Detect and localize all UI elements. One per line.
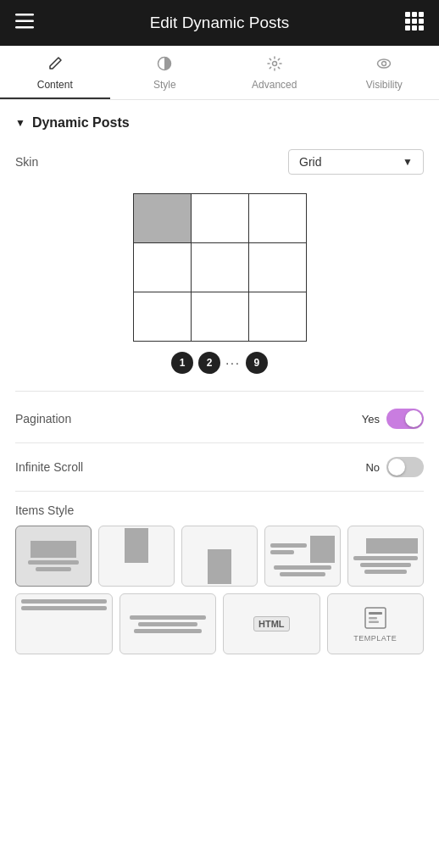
style-item-3[interactable] [181,526,258,587]
svg-rect-4 [412,12,417,17]
infinite-scroll-toggle-container: No [365,457,424,477]
style-5-line3 [364,570,406,574]
tab-visibility[interactable]: Visibility [330,46,440,99]
svg-rect-0 [15,14,34,16]
style-4-line1 [270,543,307,548]
grid-cell-7 [134,292,192,342]
infinite-scroll-toggle[interactable] [386,457,424,477]
style-2-img [125,528,149,563]
style-thumb-5 [353,531,418,581]
style-thumb-6 [21,599,107,648]
grid-cell-2 [192,194,249,243]
style-thumb-1 [21,531,86,581]
svg-point-13 [272,62,276,66]
style-5-line1 [353,556,418,560]
pagination-label: Pagination [15,412,71,426]
infinite-scroll-toggle-row: Infinite Scroll No [15,443,424,492]
svg-point-15 [382,62,386,66]
style-item-template[interactable]: TEMPLATE [327,593,425,654]
s7-l2 [138,622,197,626]
page-dot-2[interactable]: 2 [198,352,220,374]
style-item-html[interactable]: HTML [223,593,320,654]
svg-rect-9 [405,25,410,31]
grid-cell-5 [192,243,249,292]
page-ellipsis: ··· [225,356,241,370]
section-header[interactable]: ▼ Dynamic Posts [15,100,424,141]
svg-rect-2 [15,26,34,29]
main-content: ▼ Dynamic Posts Skin Grid ▼ 1 2 ··· 9 [0,100,439,654]
grid-icon[interactable] [405,12,424,35]
style-5-img [366,538,418,553]
s7-l1 [130,615,206,620]
tab-advanced-label: Advanced [252,79,297,91]
grid-cell-1 [134,194,192,243]
tab-content-label: Content [37,79,73,91]
style-thumb-html: HTML [229,599,314,648]
svg-rect-17 [369,612,382,615]
svg-rect-10 [412,25,417,31]
pagination-dots: 1 2 ··· 9 [171,352,268,374]
style-item-4[interactable] [264,526,341,587]
section-title: Dynamic Posts [32,115,130,131]
style-4-lines [270,536,307,563]
html-label: HTML [253,616,290,632]
gear-icon [267,56,282,75]
style-thumb-7 [125,599,211,648]
toggle-knob-pagination [405,410,422,427]
pagination-toggle-row: Pagination Yes [15,395,424,443]
tabs-bar: Content Style Advanced Visibility [0,46,439,100]
svg-rect-3 [405,12,410,17]
pencil-icon [47,56,63,75]
tab-advanced[interactable]: Advanced [220,46,330,99]
skin-value: Grid [299,155,321,169]
pagination-toggle-container: Yes [362,409,424,429]
svg-rect-7 [412,19,417,24]
grid-cell-8 [192,292,249,342]
style-5-line2 [360,563,412,567]
eye-icon [376,56,392,75]
style-thumb-template: TEMPLATE [333,599,419,648]
style-4-line3 [274,565,331,570]
svg-rect-18 [369,617,377,620]
grid-cell-4 [134,243,192,292]
style-4-line4 [280,572,325,576]
skin-select[interactable]: Grid ▼ [288,149,424,175]
infinite-scroll-toggle-text: No [365,461,380,474]
style-item-6[interactable] [15,593,113,654]
skin-field-row: Skin Grid ▼ [15,141,424,183]
style-thumb-3 [187,531,252,581]
collapse-arrow-icon: ▼ [15,117,25,129]
style-item-2[interactable] [98,526,175,587]
grid-cell-9 [249,292,307,342]
tab-style-label: Style [153,79,176,91]
page-dot-9[interactable]: 9 [246,352,268,374]
page-dot-1[interactable]: 1 [171,352,193,374]
svg-rect-6 [405,19,410,24]
svg-rect-8 [419,19,424,24]
tab-content[interactable]: Content [0,46,110,99]
style-grid-row2: HTML TEMPLATE [15,593,424,654]
hamburger-icon[interactable] [15,14,34,33]
half-circle-icon [157,56,172,75]
svg-rect-19 [369,620,379,623]
divider-1 [15,391,424,392]
grid-cell-6 [249,243,307,292]
grid-layout-preview [133,193,307,342]
toggle-knob-infinite [388,459,405,476]
style-3-img [208,549,232,584]
template-icon [364,606,387,630]
pagination-toggle-text: Yes [362,413,380,426]
style-1-img [31,541,75,559]
style-item-5[interactable] [347,526,424,587]
style-item-7[interactable] [119,593,217,654]
tab-style[interactable]: Style [110,46,220,99]
svg-rect-11 [419,25,424,31]
svg-rect-1 [15,19,34,22]
chevron-down-icon: ▼ [403,156,413,168]
s6-l1 [21,599,107,604]
s6-l2 [21,606,107,610]
infinite-scroll-label: Infinite Scroll [15,460,83,474]
pagination-toggle[interactable] [386,409,424,429]
style-thumb-2 [104,531,169,581]
style-item-1[interactable] [15,526,92,587]
